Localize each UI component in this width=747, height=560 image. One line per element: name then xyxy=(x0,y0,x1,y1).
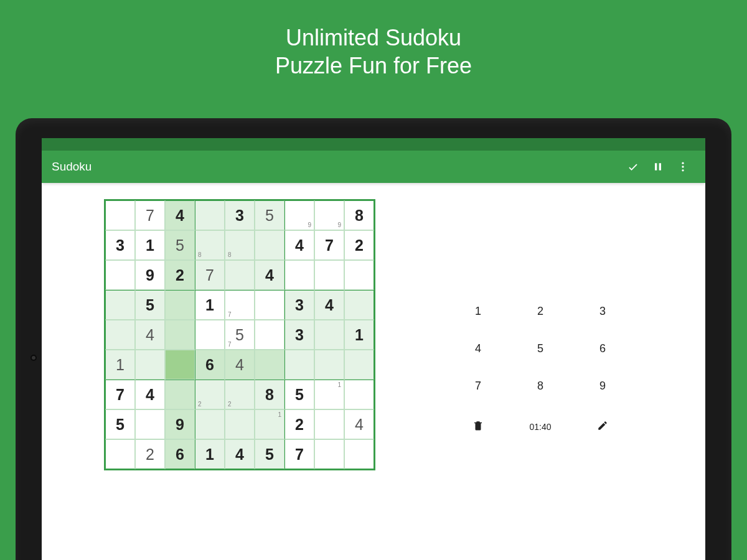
sudoku-cell[interactable] xyxy=(195,200,225,230)
overflow-button[interactable] xyxy=(670,151,695,183)
sudoku-cell[interactable]: 1 xyxy=(195,439,225,469)
sudoku-cell[interactable]: 5 xyxy=(135,290,165,320)
sudoku-cell[interactable] xyxy=(344,350,374,380)
sudoku-cell[interactable] xyxy=(255,290,284,320)
more-vert-icon xyxy=(677,161,689,173)
sudoku-cell[interactable]: 6 xyxy=(195,350,225,380)
sudoku-cell[interactable]: 1 xyxy=(195,290,225,320)
sudoku-cell[interactable]: 4 xyxy=(135,380,165,409)
sudoku-cell[interactable] xyxy=(255,230,284,260)
sudoku-cell[interactable]: 2 xyxy=(344,230,374,260)
sudoku-cell[interactable]: 5 xyxy=(105,409,135,439)
sudoku-cell[interactable] xyxy=(225,260,255,290)
sudoku-cell[interactable]: 8 xyxy=(255,380,284,409)
sudoku-cell[interactable]: 3 xyxy=(105,230,135,260)
sudoku-cell[interactable] xyxy=(314,409,344,439)
sudoku-board[interactable]: 7435998315884729274517344573116474228515… xyxy=(104,199,375,470)
sudoku-cell[interactable] xyxy=(195,320,225,350)
erase-button[interactable] xyxy=(472,420,484,434)
sudoku-cell[interactable]: 3 xyxy=(284,290,314,320)
sudoku-cell[interactable]: 4 xyxy=(344,409,374,439)
sudoku-cell[interactable]: 7 xyxy=(225,290,255,320)
sudoku-cell[interactable]: 4 xyxy=(255,260,284,290)
board-wrap: 7435998315884729274517344573116474228515… xyxy=(42,183,375,560)
sudoku-cell[interactable] xyxy=(344,380,374,409)
sudoku-cell[interactable]: 7 xyxy=(314,230,344,260)
sudoku-cell[interactable]: 5 xyxy=(165,230,195,260)
sudoku-cell[interactable]: 7 xyxy=(195,260,225,290)
sudoku-cell[interactable]: 1 xyxy=(135,230,165,260)
keypad-5[interactable]: 5 xyxy=(509,330,571,367)
sudoku-cell[interactable] xyxy=(284,260,314,290)
sudoku-cell[interactable]: 2 xyxy=(165,260,195,290)
keypad-8[interactable]: 8 xyxy=(509,367,571,404)
sudoku-cell[interactable]: 9 xyxy=(284,200,314,230)
sudoku-cell[interactable]: 4 xyxy=(225,350,255,380)
sudoku-cell[interactable]: 9 xyxy=(135,260,165,290)
sudoku-cell[interactable] xyxy=(284,350,314,380)
sudoku-cell[interactable]: 1 xyxy=(255,409,284,439)
sudoku-cell[interactable] xyxy=(165,350,195,380)
sudoku-cell[interactable] xyxy=(255,320,284,350)
sudoku-cell[interactable]: 4 xyxy=(225,439,255,469)
sudoku-cell[interactable]: 2 xyxy=(225,380,255,409)
pencil-note: 8 xyxy=(198,251,202,258)
sudoku-cell[interactable]: 1 xyxy=(314,380,344,409)
sudoku-cell[interactable]: 3 xyxy=(284,320,314,350)
sudoku-cell[interactable]: 7 xyxy=(105,380,135,409)
keypad-3[interactable]: 3 xyxy=(571,292,634,330)
sudoku-cell[interactable]: 3 xyxy=(225,200,255,230)
sudoku-cell[interactable] xyxy=(135,409,165,439)
sudoku-cell[interactable] xyxy=(344,290,374,320)
sudoku-cell[interactable]: 2 xyxy=(284,409,314,439)
sudoku-cell[interactable]: 2 xyxy=(195,380,225,409)
sudoku-cell[interactable] xyxy=(195,409,225,439)
sudoku-cell[interactable]: 8 xyxy=(195,230,225,260)
sudoku-cell[interactable] xyxy=(314,350,344,380)
sudoku-cell[interactable] xyxy=(105,320,135,350)
sudoku-cell[interactable]: 4 xyxy=(165,200,195,230)
sudoku-cell[interactable]: 9 xyxy=(314,200,344,230)
sudoku-cell[interactable]: 4 xyxy=(135,320,165,350)
sudoku-cell[interactable] xyxy=(135,350,165,380)
pause-button[interactable] xyxy=(646,151,670,183)
sudoku-cell[interactable] xyxy=(344,260,374,290)
sudoku-cell[interactable] xyxy=(225,409,255,439)
sudoku-cell[interactable]: 8 xyxy=(344,200,374,230)
sudoku-cell[interactable]: 5 xyxy=(255,439,284,469)
keypad-6[interactable]: 6 xyxy=(571,330,634,367)
sudoku-cell[interactable]: 7 xyxy=(135,200,165,230)
sudoku-cell[interactable] xyxy=(105,200,135,230)
pencil-note: 7 xyxy=(228,341,232,348)
sudoku-cell[interactable]: 9 xyxy=(165,409,195,439)
sudoku-cell[interactable]: 8 xyxy=(225,230,255,260)
keypad-9[interactable]: 9 xyxy=(571,367,634,404)
keypad-4[interactable]: 4 xyxy=(447,330,509,367)
sudoku-cell[interactable] xyxy=(165,380,195,409)
sudoku-cell[interactable] xyxy=(255,350,284,380)
sudoku-cell[interactable]: 1 xyxy=(105,350,135,380)
sudoku-cell[interactable]: 5 xyxy=(284,380,314,409)
keypad-1[interactable]: 1 xyxy=(447,292,509,330)
sudoku-cell[interactable]: 1 xyxy=(344,320,374,350)
sudoku-cell[interactable]: 4 xyxy=(284,230,314,260)
sudoku-cell[interactable]: 2 xyxy=(135,439,165,469)
sudoku-cell[interactable] xyxy=(314,320,344,350)
sudoku-cell[interactable] xyxy=(105,260,135,290)
pencil-button[interactable] xyxy=(597,420,608,434)
keypad-7[interactable]: 7 xyxy=(447,367,509,404)
sudoku-cell[interactable] xyxy=(344,439,374,469)
sudoku-cell[interactable] xyxy=(314,439,344,469)
sudoku-cell[interactable] xyxy=(105,439,135,469)
sudoku-cell[interactable] xyxy=(165,320,195,350)
sudoku-cell[interactable]: 7 xyxy=(284,439,314,469)
sudoku-cell[interactable] xyxy=(165,290,195,320)
check-button[interactable] xyxy=(621,151,646,183)
sudoku-cell[interactable]: 5 xyxy=(255,200,284,230)
sudoku-cell[interactable]: 4 xyxy=(314,290,344,320)
sudoku-cell[interactable]: 6 xyxy=(165,439,195,469)
sudoku-cell[interactable]: 57 xyxy=(225,320,255,350)
sudoku-cell[interactable] xyxy=(314,260,344,290)
keypad-2[interactable]: 2 xyxy=(509,292,571,330)
sudoku-cell[interactable] xyxy=(105,290,135,320)
